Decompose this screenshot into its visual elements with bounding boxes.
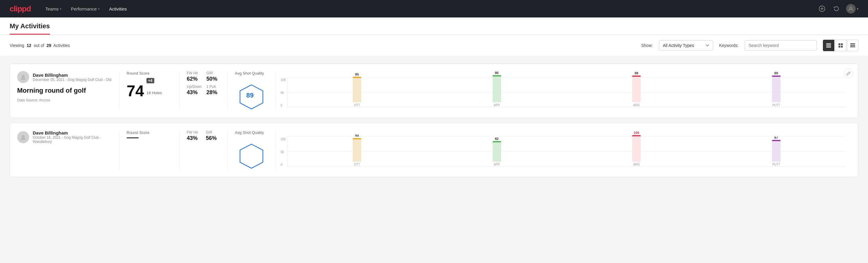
stat-1putt: 1 Putt 28% bbox=[206, 85, 220, 96]
round-score-label: Round Score bbox=[127, 71, 172, 76]
svg-rect-5 bbox=[826, 45, 831, 45]
nav-activities-label: Activities bbox=[109, 6, 127, 11]
hexagon-shape: 89 bbox=[238, 83, 262, 108]
show-label: Show: bbox=[641, 43, 653, 48]
bar-app-value: 90 bbox=[495, 71, 498, 75]
keyword-search-input[interactable] bbox=[745, 40, 817, 51]
y-label-0: 0 bbox=[281, 104, 286, 107]
user-avatar bbox=[17, 71, 29, 83]
holes-count: 18 Holes bbox=[147, 91, 162, 95]
viewing-text: Viewing 12 out of 29 Activities bbox=[10, 43, 635, 48]
svg-rect-11 bbox=[841, 46, 843, 48]
stat-fw-hit-value-2: 43% bbox=[187, 135, 201, 141]
score-bar-2 bbox=[127, 137, 138, 139]
stat-updown-value: 43% bbox=[187, 89, 202, 96]
svg-rect-8 bbox=[839, 43, 840, 45]
refresh-button[interactable] bbox=[832, 4, 841, 13]
teams-chevron-icon: ▾ bbox=[60, 7, 61, 10]
nav-teams[interactable]: Teams ▾ bbox=[45, 4, 61, 14]
stat-gir: GIR 50% bbox=[206, 71, 220, 82]
page-header: My Activities bbox=[0, 18, 868, 35]
stat-updown: Up/Down 43% bbox=[187, 85, 202, 96]
chart-y-labels-2: 100 50 0 bbox=[281, 136, 286, 167]
bar-chart-section: 100 50 0 85 OTT bbox=[276, 71, 851, 111]
navbar-right: ▾ bbox=[817, 4, 858, 13]
stat-gir-value-2: 56% bbox=[206, 135, 220, 141]
bar-ott: 85 OTT bbox=[287, 72, 427, 107]
bar-chart-section-2: 100 50 0 94 OTT 82 bbox=[276, 130, 851, 170]
activity-card-2: Dave Billingham October 16, 2021 - Gog M… bbox=[10, 123, 858, 177]
stats-section-2: FW Hit 43% GIR 56% bbox=[180, 130, 228, 170]
viewing-count: 12 bbox=[27, 43, 32, 48]
stat-1putt-value: 28% bbox=[206, 89, 220, 96]
round-score-section-2: Round Score bbox=[119, 130, 180, 170]
bar-ott-2: 94 OTT bbox=[287, 134, 427, 166]
viewing-total: 29 bbox=[46, 43, 52, 48]
svg-rect-4 bbox=[826, 43, 831, 44]
keywords-label: Keywords: bbox=[719, 43, 739, 48]
stat-gir-value: 50% bbox=[206, 76, 220, 82]
user-avatar-2 bbox=[17, 131, 29, 143]
grid-view-button[interactable] bbox=[835, 40, 846, 51]
avg-shot-quality-label-2: Avg Shot Quality bbox=[235, 130, 264, 135]
svg-rect-7 bbox=[826, 47, 831, 48]
user-name: Dave Billingham bbox=[33, 72, 111, 78]
bar-arg: 89 ARG bbox=[567, 71, 707, 107]
avg-shot-quality-label: Avg Shot Quality bbox=[235, 71, 264, 76]
score-value: 74 bbox=[127, 83, 144, 99]
bar-app: 90 APP bbox=[427, 71, 567, 107]
svg-rect-14 bbox=[850, 46, 855, 47]
hexagon-score: 89 bbox=[246, 91, 253, 99]
avg-shot-quality-section: Avg Shot Quality 89 bbox=[228, 71, 276, 111]
list-compact-view-button[interactable] bbox=[823, 40, 834, 51]
activity-card: Dave Billingham December 05, 2021 - Gog … bbox=[10, 63, 858, 118]
nav-activities[interactable]: Activities bbox=[109, 4, 127, 14]
avatar-chevron-icon: ▾ bbox=[857, 7, 858, 10]
bar-arg-label: ARG bbox=[633, 104, 640, 107]
svg-rect-10 bbox=[839, 46, 840, 48]
stat-fw-hit-label-2: FW Hit bbox=[187, 130, 201, 135]
stat-gir-2: GIR 56% bbox=[206, 130, 220, 141]
user-details-2: Dave Billingham October 16, 2021 - Gog M… bbox=[33, 130, 112, 144]
add-button[interactable] bbox=[817, 4, 827, 13]
score-display-2 bbox=[127, 137, 172, 139]
user-date: December 05, 2021 - Gog Magog Golf Club … bbox=[33, 78, 111, 82]
nav-teams-label: Teams bbox=[45, 6, 59, 11]
bar-putt-label: PUTT bbox=[772, 104, 780, 107]
bar-ott-value: 85 bbox=[355, 72, 359, 76]
bar-putt-2: 87 PUTT bbox=[706, 136, 846, 166]
user-details: Dave Billingham December 05, 2021 - Gog … bbox=[33, 72, 111, 82]
user-avatar-button[interactable]: ▾ bbox=[846, 4, 858, 13]
nav-performance-label: Performance bbox=[71, 6, 97, 11]
stat-gir-label-2: GIR bbox=[206, 130, 220, 135]
bar-putt-fill bbox=[772, 76, 780, 102]
bar-ott-label: OTT bbox=[354, 104, 360, 107]
user-date-2: October 16, 2021 - Gog Magog Golf Club -… bbox=[33, 136, 112, 144]
svg-marker-18 bbox=[240, 144, 263, 168]
svg-rect-6 bbox=[826, 46, 831, 46]
y-label-50: 50 bbox=[281, 91, 286, 94]
filter-bar: Viewing 12 out of 29 Activities Show: Al… bbox=[0, 35, 868, 56]
stat-fw-hit: FW Hit 62% bbox=[187, 71, 202, 82]
user-info-2: Dave Billingham October 16, 2021 - Gog M… bbox=[17, 130, 112, 144]
svg-rect-12 bbox=[850, 43, 855, 44]
bar-putt-value: 89 bbox=[774, 71, 778, 75]
svg-rect-9 bbox=[841, 43, 843, 45]
view-toggle bbox=[823, 40, 858, 51]
activity-type-select[interactable]: All Activity Types Round Practice Lesson bbox=[659, 40, 713, 51]
card-user-info: Dave Billingham December 05, 2021 - Gog … bbox=[17, 71, 119, 111]
stats-section: FW Hit 62% GIR 50% Up/Down 43% 1 Putt 28… bbox=[180, 71, 228, 111]
bar-app-2: 82 APP bbox=[427, 137, 567, 166]
hexagon-container: 89 bbox=[235, 80, 265, 111]
avatar-icon bbox=[846, 4, 856, 13]
page-title: My Activities bbox=[10, 22, 50, 35]
navbar: clippd Teams ▾ Performance ▾ Activities bbox=[0, 0, 868, 18]
bar-arg-value: 89 bbox=[634, 71, 638, 75]
list-full-view-button[interactable] bbox=[847, 40, 858, 51]
nav-performance[interactable]: Performance ▾ bbox=[71, 4, 99, 14]
stat-1putt-label: 1 Putt bbox=[206, 85, 220, 89]
round-score-label-2: Round Score bbox=[127, 130, 172, 135]
stat-fw-hit-2: FW Hit 43% bbox=[187, 130, 201, 141]
stat-updown-label: Up/Down bbox=[187, 85, 202, 89]
chart-y-labels: 100 50 0 bbox=[281, 77, 286, 107]
